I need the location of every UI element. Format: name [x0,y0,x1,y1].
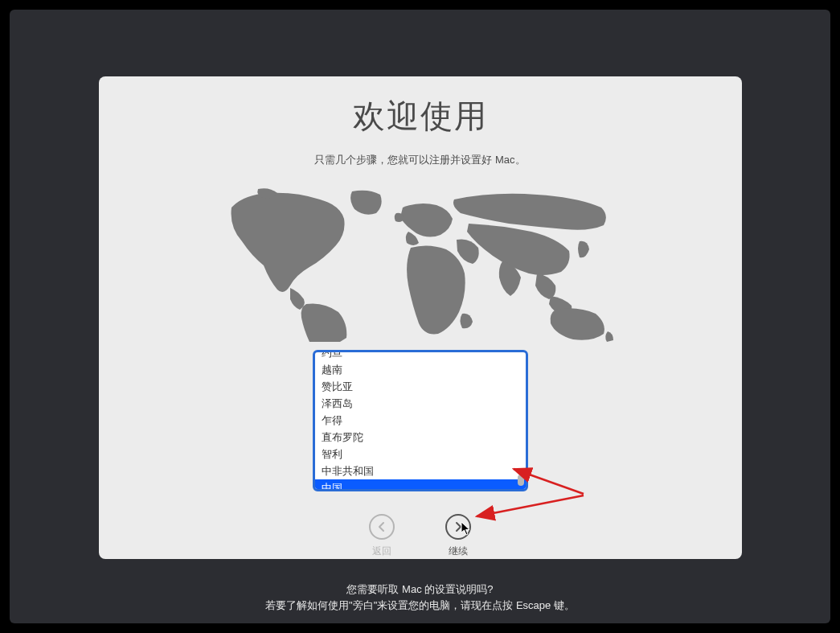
country-item[interactable]: 乍得 [315,412,526,429]
country-item[interactable]: 中国 [315,479,526,489]
country-item[interactable]: 智利 [315,446,526,462]
continue-button[interactable]: 继续 [445,514,471,558]
arrow-right-icon [445,514,471,540]
back-button: 返回 [369,514,395,558]
country-item[interactable]: 赞比亚 [315,378,526,395]
country-item[interactable]: 中非共和国 [315,462,526,479]
nav-buttons: 返回 继续 [369,514,471,558]
country-item[interactable]: 泽西岛 [315,395,526,412]
footer-line-1: 您需要听取 Mac 的设置说明吗? [265,582,575,598]
setup-window: 欢迎使用 只需几个步骤，您就可以注册并设置好 Mac。 [10,10,830,623]
country-item[interactable]: 约旦 [315,352,526,361]
arrow-left-icon [369,514,395,540]
country-item[interactable]: 直布罗陀 [315,429,526,446]
world-map [219,185,621,342]
welcome-panel: 欢迎使用 只需几个步骤，您就可以注册并设置好 Mac。 [99,76,742,559]
page-title: 欢迎使用 [353,94,488,138]
footer-help-text: 您需要听取 Mac 的设置说明吗? 若要了解如何使用"旁白"来设置您的电脑，请现… [265,582,575,613]
footer-line-2: 若要了解如何使用"旁白"来设置您的电脑，请现在点按 Escape 键。 [265,598,575,614]
country-item[interactable]: 越南 [315,361,526,378]
svg-line-2 [477,495,584,516]
back-label: 返回 [372,545,391,558]
country-list[interactable]: 约旦越南赞比亚泽西岛乍得直布罗陀智利中非共和国中国 [313,350,528,491]
continue-label: 继续 [449,545,468,558]
page-subtitle: 只需几个步骤，您就可以注册并设置好 Mac。 [314,153,525,167]
